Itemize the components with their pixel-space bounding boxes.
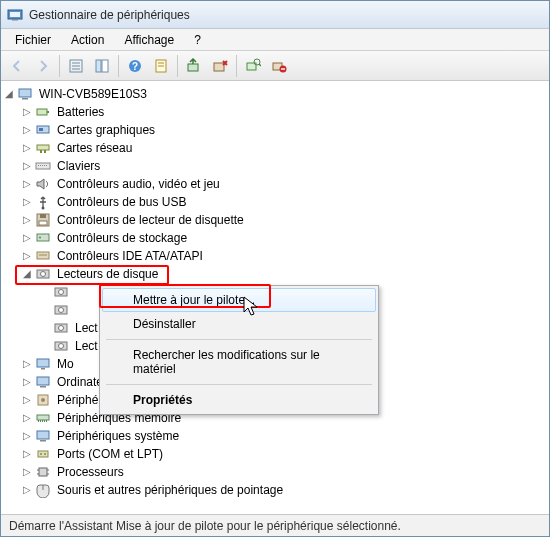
tree-item-label: Mo — [55, 356, 76, 372]
svg-text:?: ? — [132, 61, 138, 72]
tree-item-label: Processeurs — [55, 464, 126, 480]
properties-button[interactable] — [149, 54, 173, 78]
tree-item-label: Contrôleurs de lecteur de disquette — [55, 212, 246, 228]
context-menu-scan-hardware[interactable]: Rechercher les modifications sur le maté… — [102, 343, 376, 381]
menu-view[interactable]: Affichage — [114, 31, 184, 49]
uninstall-button[interactable] — [208, 54, 232, 78]
tree-item[interactable]: ▷Souris et autres périphériques de point… — [3, 481, 547, 499]
show-hide-button[interactable] — [90, 54, 114, 78]
disable-button[interactable] — [267, 54, 291, 78]
context-menu-properties[interactable]: Propriétés — [102, 388, 376, 412]
storage-controller-icon — [35, 230, 51, 246]
tree-item[interactable]: ▷Cartes réseau — [3, 139, 547, 157]
expand-icon[interactable]: ▷ — [21, 376, 33, 388]
tree-root[interactable]: ◢ WIN-CVB589E10S3 — [3, 85, 547, 103]
svg-rect-62 — [38, 420, 39, 422]
expand-icon[interactable]: ▷ — [21, 484, 33, 496]
tree-item[interactable]: ▷Périphériques système — [3, 427, 547, 445]
svg-rect-2 — [12, 19, 18, 21]
tree-item-label: Périphériques système — [55, 428, 181, 444]
window-title: Gestionnaire de périphériques — [29, 8, 190, 22]
menu-action[interactable]: Action — [61, 31, 114, 49]
update-driver-button[interactable] — [182, 54, 206, 78]
device-tree[interactable]: ◢ WIN-CVB589E10S3 ▷Batteries ▷Cartes gra… — [1, 81, 549, 514]
tree-item-label: Souris et autres périphériques de pointa… — [55, 482, 285, 498]
toolbar-separator — [118, 55, 119, 77]
expand-icon[interactable]: ▷ — [21, 106, 33, 118]
svg-point-48 — [59, 290, 64, 295]
tree-item-label: Claviers — [55, 158, 102, 174]
menu-file[interactable]: Fichier — [5, 31, 61, 49]
network-adapter-icon — [35, 140, 51, 156]
context-menu-update-driver[interactable]: Mettre à jour le pilote... — [102, 288, 376, 312]
expand-icon[interactable]: ▷ — [21, 160, 33, 172]
tree-item[interactable]: ▷Contrôleurs de stockage — [3, 229, 547, 247]
svg-point-54 — [59, 344, 64, 349]
expand-icon[interactable]: ▷ — [21, 232, 33, 244]
tree-item-label: Batteries — [55, 104, 106, 120]
tree-item[interactable]: ▷Contrôleurs audio, vidéo et jeu — [3, 175, 547, 193]
svg-rect-69 — [38, 451, 48, 457]
menu-help[interactable]: ? — [184, 31, 211, 49]
svg-rect-14 — [188, 64, 198, 71]
svg-rect-72 — [39, 468, 47, 476]
details-button[interactable] — [64, 54, 88, 78]
computer-icon — [17, 86, 33, 102]
memory-icon — [35, 410, 51, 426]
tree-item-disk-drives[interactable]: ◢Lecteurs de disque — [3, 265, 547, 283]
svg-line-18 — [259, 64, 261, 66]
context-menu-separator — [106, 384, 372, 385]
scan-hardware-button[interactable] — [241, 54, 265, 78]
expand-icon[interactable]: ▷ — [21, 142, 33, 154]
tree-item[interactable]: ▷Claviers — [3, 157, 547, 175]
tree-item[interactable]: ▷Batteries — [3, 103, 547, 121]
svg-point-46 — [41, 272, 46, 277]
svg-rect-28 — [37, 145, 49, 150]
tree-item-label: Ports (COM et LPT) — [55, 446, 165, 462]
tree-item[interactable]: ▷Contrôleurs IDE ATA/ATAPI — [3, 247, 547, 265]
expand-icon[interactable]: ▷ — [21, 466, 33, 478]
expand-icon[interactable]: ▷ — [21, 196, 33, 208]
expand-icon[interactable]: ▷ — [21, 358, 33, 370]
svg-point-37 — [42, 207, 45, 210]
tree-item[interactable]: ▷Contrôleurs de bus USB — [3, 193, 547, 211]
mouse-icon — [35, 482, 51, 498]
svg-rect-66 — [46, 420, 47, 422]
tree-item-label: Cartes graphiques — [55, 122, 157, 138]
expand-icon[interactable]: ▷ — [21, 214, 33, 226]
expand-icon[interactable]: ▷ — [21, 448, 33, 460]
app-icon — [7, 7, 23, 23]
forward-button[interactable] — [31, 54, 55, 78]
cpu-icon — [35, 464, 51, 480]
computer-icon — [35, 374, 51, 390]
svg-rect-24 — [37, 109, 47, 115]
status-text: Démarre l'Assistant Mise à jour de pilot… — [9, 519, 401, 533]
tree-item-label: Lecteurs de disque — [55, 266, 160, 282]
tree-item[interactable]: ▷Contrôleurs de lecteur de disquette — [3, 211, 547, 229]
expand-icon[interactable]: ▷ — [21, 430, 33, 442]
tree-root-label: WIN-CVB589E10S3 — [37, 86, 149, 102]
svg-rect-34 — [42, 165, 43, 166]
tree-item[interactable]: ▷Ports (COM et LPT) — [3, 445, 547, 463]
expand-icon[interactable]: ▷ — [21, 394, 33, 406]
back-button[interactable] — [5, 54, 29, 78]
expand-icon[interactable]: ▷ — [21, 178, 33, 190]
svg-rect-30 — [44, 150, 46, 153]
context-menu-uninstall[interactable]: Désinstaller — [102, 312, 376, 336]
tree-item[interactable]: ▷Processeurs — [3, 463, 547, 481]
help-button[interactable]: ? — [123, 54, 147, 78]
svg-rect-29 — [40, 150, 42, 153]
hid-icon — [35, 392, 51, 408]
tree-item-label — [73, 291, 77, 293]
collapse-icon[interactable]: ◢ — [3, 88, 15, 100]
expand-icon[interactable]: ▷ — [21, 124, 33, 136]
tree-item[interactable]: ▷Cartes graphiques — [3, 121, 547, 139]
ide-controller-icon — [35, 248, 51, 264]
expand-icon[interactable]: ▷ — [21, 250, 33, 262]
svg-rect-55 — [37, 359, 49, 367]
expand-icon[interactable]: ▷ — [21, 412, 33, 424]
svg-point-71 — [44, 453, 46, 455]
collapse-icon[interactable]: ◢ — [21, 268, 33, 280]
svg-point-42 — [39, 237, 41, 239]
tree-item-label: Contrôleurs audio, vidéo et jeu — [55, 176, 222, 192]
